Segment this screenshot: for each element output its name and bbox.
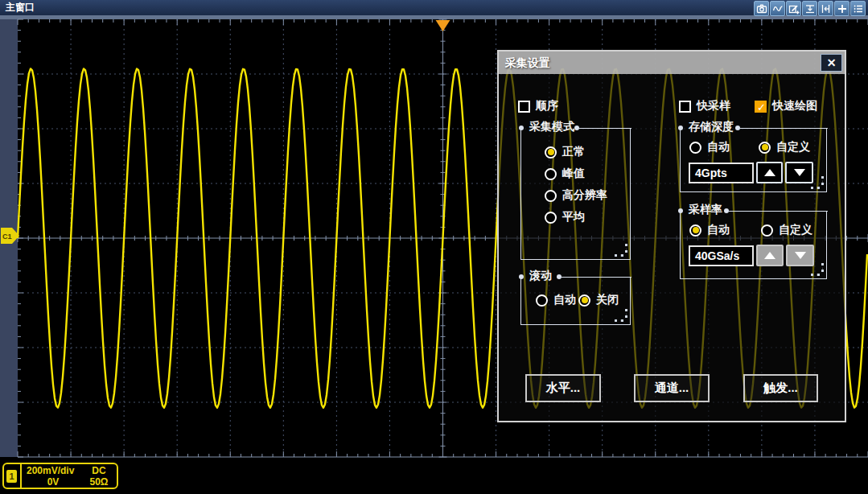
measure-horizontal-button[interactable] bbox=[802, 1, 817, 16]
resize-grip bbox=[615, 254, 623, 257]
oscilloscope-main-window: 主窗口 bbox=[0, 0, 868, 494]
radio-roll-auto[interactable]: 自动 bbox=[536, 293, 576, 307]
resize-grip bbox=[625, 244, 627, 253]
radio-depth-custom[interactable]: 自定义 bbox=[759, 140, 810, 154]
trigger-position-marker[interactable] bbox=[436, 20, 450, 31]
radio-icon bbox=[536, 294, 548, 307]
channel-coupling: DC bbox=[81, 465, 117, 476]
signal-path-button[interactable] bbox=[770, 1, 785, 16]
fast-draw-checkbox[interactable]: 快速绘图 bbox=[755, 99, 817, 113]
add-button[interactable] bbox=[834, 1, 849, 16]
channel-button[interactable]: 通道... bbox=[634, 374, 710, 402]
radio-icon bbox=[545, 190, 557, 202]
resize-grip bbox=[811, 187, 820, 189]
measure-vertical-icon bbox=[821, 3, 832, 14]
channel-impedance: 50Ω bbox=[81, 476, 117, 488]
up-arrow-icon bbox=[764, 169, 775, 176]
memory-depth-group-title: 存储深度 bbox=[689, 120, 734, 134]
horizontal-button[interactable]: 水平... bbox=[525, 374, 601, 402]
memory-depth-group: 存储深度 自动 自定义 4Gpts bbox=[680, 129, 827, 192]
close-button[interactable]: ✕ bbox=[821, 54, 842, 72]
window-titlebar: 主窗口 bbox=[0, 0, 868, 15]
radio-normal[interactable]: 正常 bbox=[545, 145, 585, 159]
measure-horizontal-icon bbox=[804, 3, 816, 14]
channel1-badge: 1 bbox=[6, 470, 17, 483]
acq-mode-group: 采集模式 正常 峰值 高分辨率 平均 bbox=[520, 129, 631, 260]
depth-decrease-button[interactable] bbox=[785, 162, 813, 183]
fast-acquire-checkbox[interactable]: 快采样 bbox=[679, 99, 730, 113]
up-arrow-icon bbox=[764, 252, 775, 259]
resize-grip bbox=[821, 263, 824, 272]
acq-mode-group-title: 采集模式 bbox=[529, 120, 574, 134]
checkbox-icon bbox=[679, 101, 691, 113]
resize-grip bbox=[821, 176, 824, 185]
radio-icon bbox=[761, 224, 773, 237]
radio-icon bbox=[689, 142, 701, 154]
resize-grip bbox=[811, 274, 820, 276]
trigger-button[interactable]: 触发... bbox=[743, 374, 818, 402]
radio-roll-off[interactable]: 关闭 bbox=[578, 293, 619, 307]
resize-grip bbox=[625, 309, 627, 318]
close-icon: ✕ bbox=[827, 56, 837, 69]
roll-group: 滚动 自动 关闭 bbox=[520, 278, 631, 325]
checkbox-checked-icon bbox=[755, 101, 767, 113]
channel1-status-box[interactable]: 1 200mV/div DC 0V 50Ω bbox=[2, 463, 118, 489]
annotate-add-button[interactable] bbox=[786, 1, 801, 16]
radio-icon bbox=[545, 212, 557, 224]
radio-selected-icon bbox=[578, 294, 590, 307]
radio-depth-auto[interactable]: 自动 bbox=[689, 140, 730, 154]
down-arrow-icon bbox=[794, 169, 805, 176]
sample-rate-input[interactable]: 40GSa/s bbox=[689, 245, 754, 266]
radio-selected-icon bbox=[759, 142, 771, 154]
sample-rate-group: 采样率 自动 自定义 40GSa/s bbox=[680, 212, 827, 279]
checkbox-icon bbox=[518, 101, 530, 113]
channel1-info: 200mV/div DC 0V 50Ω bbox=[22, 465, 117, 488]
radio-peak[interactable]: 峰值 bbox=[545, 167, 585, 181]
measure-vertical-button[interactable] bbox=[818, 1, 833, 16]
toolbar bbox=[754, 1, 866, 16]
fast-draw-label: 快速绘图 bbox=[772, 99, 817, 113]
annotate-add-icon bbox=[788, 3, 800, 14]
channel-scale: 200mV/div bbox=[25, 465, 81, 476]
add-icon bbox=[837, 3, 848, 14]
menu-list-icon bbox=[853, 3, 864, 14]
resize-grip bbox=[615, 319, 623, 322]
radio-rate-custom[interactable]: 自定义 bbox=[761, 223, 812, 237]
sequence-label: 顺序 bbox=[536, 99, 558, 113]
signal-path-icon bbox=[772, 3, 784, 14]
menu-list-button[interactable] bbox=[850, 1, 866, 16]
channel-offset: 0V bbox=[25, 476, 81, 488]
memory-depth-input[interactable]: 4Gpts bbox=[689, 163, 754, 183]
radio-high-resolution[interactable]: 高分辨率 bbox=[545, 188, 607, 203]
down-arrow-icon bbox=[795, 252, 806, 259]
rate-decrease-button[interactable] bbox=[786, 245, 814, 266]
sequence-checkbox[interactable]: 顺序 bbox=[518, 99, 558, 113]
screenshot-button[interactable] bbox=[754, 1, 769, 16]
dialog-title[interactable]: 采集设置 bbox=[499, 51, 845, 74]
radio-icon bbox=[545, 168, 557, 180]
depth-increase-button[interactable] bbox=[756, 162, 783, 183]
sample-rate-group-title: 采样率 bbox=[689, 203, 722, 217]
radio-average[interactable]: 平均 bbox=[545, 210, 585, 224]
radio-selected-icon bbox=[689, 224, 701, 237]
radio-rate-auto[interactable]: 自动 bbox=[689, 223, 730, 237]
channel-marker-label: C1 bbox=[2, 233, 12, 241]
roll-group-title: 滚动 bbox=[529, 269, 552, 283]
camera-icon bbox=[756, 3, 767, 14]
window-title: 主窗口 bbox=[6, 2, 35, 13]
radio-selected-icon bbox=[545, 146, 557, 158]
acquisition-settings-dialog: 采集设置 ✕ 顺序 快采样 快速绘图 采集模式 正常 bbox=[497, 50, 846, 422]
rate-increase-button[interactable] bbox=[756, 245, 784, 266]
fast-acquire-label: 快采样 bbox=[697, 99, 730, 113]
